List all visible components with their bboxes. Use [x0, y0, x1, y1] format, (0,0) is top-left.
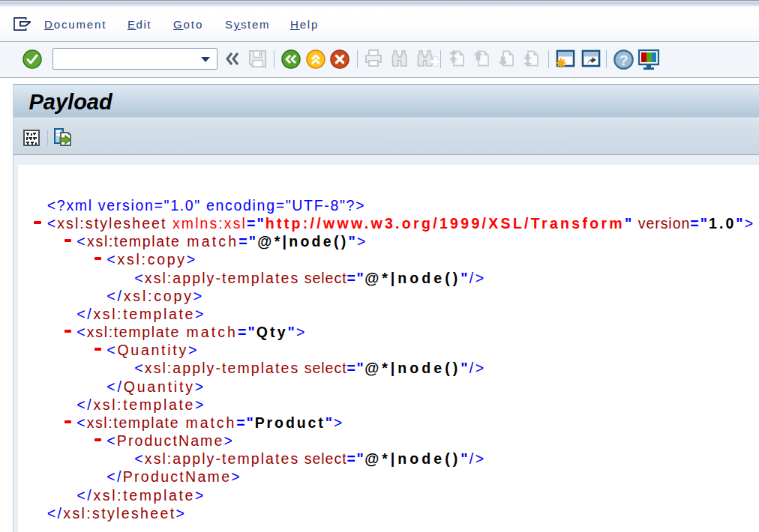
- svg-text:?: ?: [620, 52, 628, 68]
